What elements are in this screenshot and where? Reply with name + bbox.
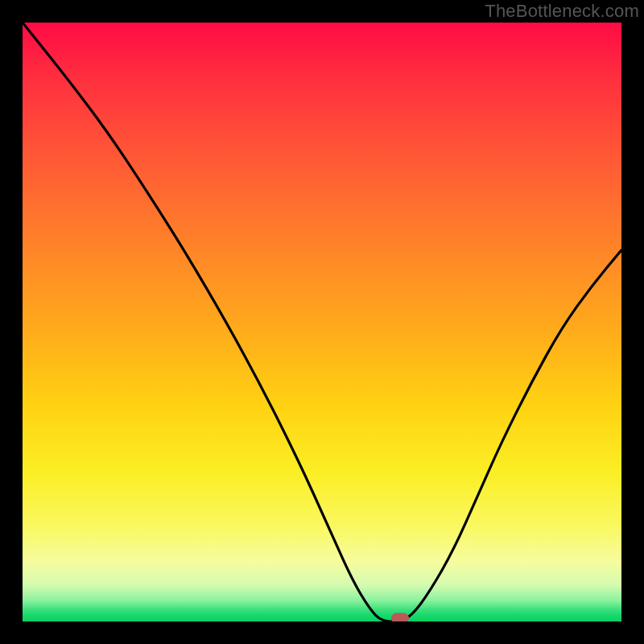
chart-frame: TheBottleneck.com <box>0 0 644 644</box>
bottleneck-curve-path <box>23 23 621 621</box>
optimal-point-marker <box>391 613 409 621</box>
watermark-text: TheBottleneck.com <box>485 1 639 22</box>
plot-area <box>23 23 621 621</box>
curve-svg <box>23 23 621 621</box>
